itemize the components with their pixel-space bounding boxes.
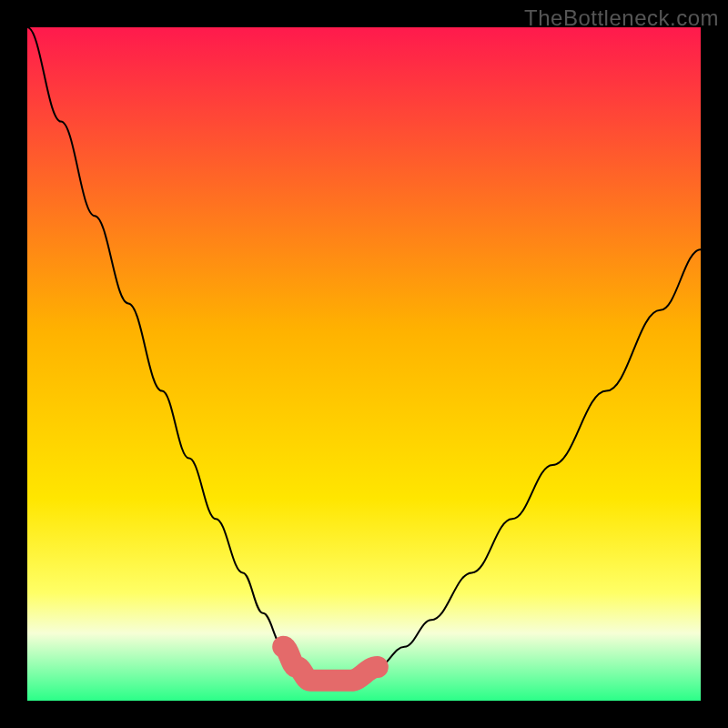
bottleneck-chart: [27, 27, 701, 701]
gradient-background: [27, 27, 701, 701]
chart-frame: TheBottleneck.com: [0, 0, 728, 728]
